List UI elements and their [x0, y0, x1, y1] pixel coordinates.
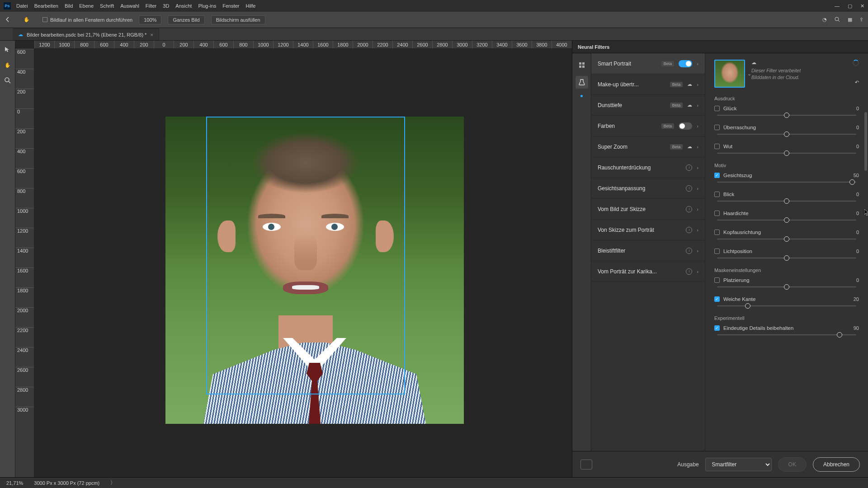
- slider-track[interactable]: [717, 182, 856, 183]
- search-icon[interactable]: [834, 16, 840, 23]
- checkbox[interactable]: [714, 296, 720, 302]
- slider-thumb[interactable]: [837, 332, 842, 338]
- menu-item[interactable]: Schrift: [100, 3, 114, 9]
- menu-item[interactable]: Datei: [16, 3, 28, 9]
- slider-thumb[interactable]: [784, 131, 789, 137]
- move-tool-icon[interactable]: [2, 44, 13, 55]
- checkbox[interactable]: [714, 125, 720, 130]
- cloud-sync-icon[interactable]: ◔: [822, 17, 827, 23]
- ok-button[interactable]: OK: [778, 457, 807, 472]
- slider-thumb[interactable]: [784, 217, 789, 223]
- filter-row[interactable]: Rauschunterdrückungi›: [591, 157, 705, 178]
- menu-item[interactable]: Bild: [65, 3, 73, 9]
- zoom-100-button[interactable]: 100%: [139, 15, 161, 24]
- filter-row[interactable]: Vom Bild zur Skizzei›: [591, 199, 705, 220]
- slider-thumb[interactable]: [849, 179, 855, 185]
- menu-item[interactable]: Hilfe: [245, 3, 255, 9]
- menu-item[interactable]: Ansicht: [175, 3, 192, 9]
- tab-close-icon[interactable]: ×: [150, 32, 153, 38]
- output-select[interactable]: Smartfilter: [705, 458, 772, 471]
- scrollbar[interactable]: [864, 112, 867, 171]
- filter-row[interactable]: Super ZoomBeta☁›: [591, 136, 705, 157]
- slider-thumb[interactable]: [784, 150, 789, 156]
- menu-item[interactable]: Bearbeiten: [34, 3, 58, 9]
- checkbox[interactable]: [714, 192, 720, 197]
- info-icon[interactable]: i: [686, 206, 692, 212]
- reset-icon[interactable]: ↶: [855, 80, 859, 85]
- menu-item[interactable]: Plug-ins: [198, 3, 216, 9]
- menu-item[interactable]: 3D: [163, 3, 169, 9]
- checkbox[interactable]: [714, 144, 720, 149]
- filter-row[interactable]: Bleistiftfilteri›: [591, 240, 705, 261]
- slider-thumb[interactable]: [784, 284, 789, 290]
- slider-thumb[interactable]: [784, 255, 789, 261]
- hand-tool-icon[interactable]: ✋: [24, 17, 30, 23]
- zoom-tool-icon[interactable]: [2, 75, 13, 86]
- featured-tab-icon[interactable]: [576, 59, 588, 71]
- checkbox[interactable]: [714, 230, 720, 235]
- slider-track[interactable]: [717, 201, 856, 202]
- filter-row[interactable]: FarbenBeta›: [591, 116, 705, 136]
- maximize-icon[interactable]: ▢: [848, 3, 852, 9]
- filter-row[interactable]: Make-up übertr...Beta☁›: [591, 74, 705, 95]
- slider-track[interactable]: [717, 115, 856, 116]
- toggle-off-icon[interactable]: [679, 122, 692, 130]
- slider-track[interactable]: [717, 258, 856, 258]
- checkbox-icon[interactable]: [42, 17, 47, 22]
- filter-row[interactable]: DunsttiefeBeta☁›: [591, 95, 705, 116]
- slider-track[interactable]: [717, 134, 856, 135]
- hand-tool-icon[interactable]: ✋: [2, 60, 13, 70]
- beta-tab-icon[interactable]: [576, 76, 588, 89]
- info-icon[interactable]: i: [686, 268, 692, 275]
- scroll-all-option[interactable]: Bildlauf in allen Fenstern durchführen: [42, 17, 132, 23]
- checkbox[interactable]: [714, 249, 720, 254]
- slider-thumb[interactable]: [745, 303, 750, 309]
- cloud-download-icon[interactable]: ☁: [687, 81, 692, 87]
- share-icon[interactable]: ⇪: [859, 17, 863, 23]
- cloud-download-icon[interactable]: ☁: [687, 102, 692, 108]
- minimize-icon[interactable]: —: [835, 3, 840, 9]
- info-icon[interactable]: i: [686, 164, 692, 171]
- checkbox[interactable]: [714, 325, 720, 331]
- menu-item[interactable]: Ebene: [79, 3, 94, 9]
- checkbox[interactable]: [714, 173, 720, 178]
- slider-track[interactable]: [717, 239, 856, 239]
- fit-screen-button[interactable]: Ganzes Bild: [168, 15, 204, 24]
- menu-item[interactable]: Fenster: [222, 3, 239, 9]
- close-icon[interactable]: ✕: [860, 3, 864, 9]
- slider-track[interactable]: [717, 286, 856, 287]
- slider-thumb[interactable]: [784, 113, 789, 118]
- preview-toggle-button[interactable]: [580, 460, 592, 469]
- info-icon[interactable]: i: [686, 185, 692, 192]
- filter-row[interactable]: Von Skizze zum Porträti›: [591, 220, 705, 240]
- slider-track[interactable]: [717, 153, 856, 154]
- checkbox[interactable]: [714, 211, 720, 216]
- document-tab[interactable]: ☁ Bilder bearbeiten.psdc bei 21,7% (Eben…: [13, 28, 159, 40]
- back-icon[interactable]: [5, 16, 12, 23]
- slider-track[interactable]: [717, 220, 856, 221]
- checkbox[interactable]: [714, 106, 720, 111]
- checkbox[interactable]: [714, 277, 720, 283]
- status-chevron-icon[interactable]: 〉: [110, 479, 115, 486]
- workspace-icon[interactable]: ▦: [848, 17, 852, 23]
- slider-thumb[interactable]: [784, 236, 789, 242]
- chevron-right-icon: ›: [697, 206, 698, 212]
- slider-track[interactable]: [717, 305, 856, 306]
- filter-row[interactable]: Gesichtsanpassungi›: [591, 178, 705, 199]
- cancel-button[interactable]: Abbrechen: [813, 457, 860, 472]
- fill-screen-button[interactable]: Bildschirm ausfüllen: [211, 15, 265, 24]
- info-icon[interactable]: i: [686, 227, 692, 233]
- filter-row[interactable]: Vom Porträt zur Karika...i›: [591, 261, 705, 282]
- toggle-on-icon[interactable]: [679, 60, 692, 67]
- slider-track[interactable]: [717, 334, 856, 335]
- canvas[interactable]: [34, 49, 572, 477]
- slider-thumb[interactable]: [784, 198, 789, 204]
- info-icon[interactable]: i: [686, 248, 692, 254]
- chevron-down-icon[interactable]: ⌄: [747, 71, 751, 77]
- cloud-download-icon[interactable]: ☁: [687, 144, 692, 150]
- menu-item[interactable]: Auswahl: [120, 3, 139, 9]
- face-selector[interactable]: ⌄: [714, 60, 745, 88]
- status-zoom: 21,71%: [6, 480, 23, 486]
- filter-row[interactable]: Smart PortraitBeta›: [591, 53, 705, 74]
- menu-item[interactable]: Filter: [146, 3, 156, 9]
